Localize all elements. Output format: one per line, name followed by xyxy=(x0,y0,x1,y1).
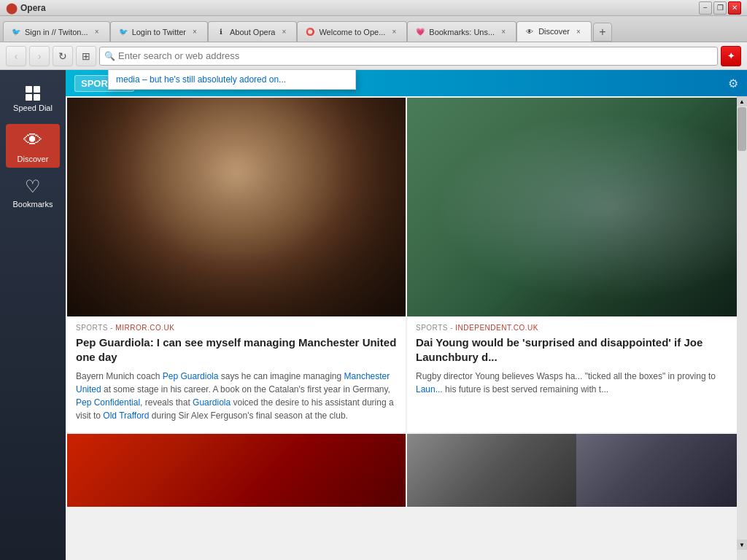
bottom-right-cards xyxy=(407,434,746,507)
twitter-icon: 🐦 xyxy=(11,27,21,37)
info-icon: ℹ xyxy=(216,27,226,37)
reload-button[interactable]: ↻ xyxy=(53,46,73,66)
back-button[interactable]: ‹ xyxy=(6,46,26,66)
navbar: ‹ › ↻ ⊞ 🔍 ✦ xyxy=(0,42,747,70)
twitter-icon-2: 🐦 xyxy=(118,27,128,37)
settings-icon[interactable]: ⚙ xyxy=(728,77,738,90)
sidebar-item-speed-dial[interactable]: Speed Dial xyxy=(6,77,60,121)
tab-label: Sign in // Twiton... xyxy=(25,28,88,36)
news-card-body: SPORTS - MIRROR.CO.UK Pep Guardiola: I c… xyxy=(67,316,406,432)
minimize-button[interactable]: − xyxy=(699,1,712,15)
search-icon: 🔍 xyxy=(104,51,115,61)
tab-discover[interactable]: 👁 Discover × xyxy=(516,21,592,42)
address-input[interactable] xyxy=(118,50,713,61)
forward-button[interactable]: › xyxy=(29,46,50,66)
green-image xyxy=(576,434,746,507)
person-image xyxy=(407,434,576,507)
news-grid: SPORTS - MIRROR.CO.UK Pep Guardiola: I c… xyxy=(66,96,747,508)
tab-close-btn[interactable]: × xyxy=(498,27,508,37)
man-utd-link[interactable]: Manchester United xyxy=(76,371,390,394)
autocomplete-dropdown[interactable]: media – but he's still absolutely adored… xyxy=(108,70,356,90)
green-img-placeholder xyxy=(576,434,746,507)
scroll-up-button[interactable]: ▲ xyxy=(737,96,747,106)
close-button[interactable]: ✕ xyxy=(728,1,741,15)
news-title: Pep Guardiola: I can see myself managing… xyxy=(76,335,397,364)
tab-close-btn[interactable]: × xyxy=(190,27,200,37)
tab-label: Login to Twitter xyxy=(132,28,186,36)
bookmarks-icon: ♡ xyxy=(25,176,41,197)
grid-button[interactable]: ⊞ xyxy=(76,46,96,66)
opera-tab-icon: ⭕ xyxy=(305,27,315,37)
scrollbar-thumb[interactable] xyxy=(738,107,746,151)
guardiola-link[interactable]: Guardiola xyxy=(193,397,231,408)
news-card-rugby[interactable]: SPORTS - INDEPENDENT.CO.UK Dai Young wou… xyxy=(407,98,746,432)
pep-image xyxy=(67,98,406,316)
old-trafford-link[interactable]: Old Trafford xyxy=(103,411,149,421)
tab-close-btn[interactable]: × xyxy=(389,27,399,37)
news-card-body-rugby: SPORTS - INDEPENDENT.CO.UK Dai Young wou… xyxy=(407,316,746,406)
tab-close-btn[interactable]: × xyxy=(92,27,102,37)
tab-close-btn[interactable]: × xyxy=(279,27,289,37)
sidebar-item-discover[interactable]: 👁 Discover xyxy=(6,124,60,168)
discover-sidebar-icon: 👁 xyxy=(23,129,42,152)
news-card-image xyxy=(67,98,406,316)
restore-button[interactable]: ❐ xyxy=(713,1,727,15)
news-title-rugby: Dai Young would be 'surprised and disapp… xyxy=(416,335,737,364)
sidebar: Speed Dial 👁 Discover ♡ Bookmarks xyxy=(0,70,66,560)
app-title: ⬤ Opera xyxy=(6,2,46,14)
pep-link[interactable]: Pep Guardiola xyxy=(163,371,219,381)
tab-label: Bookmarks: Uns... xyxy=(429,28,495,36)
tab-close-btn[interactable]: × xyxy=(573,26,584,36)
titlebar: ⬤ Opera − ❐ ✕ xyxy=(0,0,747,16)
titlebar-left: ⬤ Opera xyxy=(6,2,46,14)
autocomplete-item[interactable]: media – but he's still absolutely adored… xyxy=(109,70,355,89)
speed-dial-icon xyxy=(26,86,40,101)
news-source: SPORTS - MIRROR.CO.UK xyxy=(76,324,397,332)
news-card-green[interactable] xyxy=(576,434,746,507)
fans-img-placeholder xyxy=(67,434,406,507)
speed-dial-label: Speed Dial xyxy=(13,104,53,112)
scrollbar-track: ▲ ▼ xyxy=(737,96,747,560)
content-area: SPORTS ▾ ⚙ SPORTS - MIRROR.CO.U xyxy=(66,70,747,560)
news-card-pep[interactable]: SPORTS - MIRROR.CO.UK Pep Guardiola: I c… xyxy=(67,98,406,432)
bookmarks-label: Bookmarks xyxy=(12,200,53,209)
scroll-down-button[interactable]: ▼ xyxy=(737,540,747,550)
tab-label: About Opera xyxy=(230,28,275,36)
news-excerpt: Bayern Munich coach Pep Guardiola says h… xyxy=(76,370,397,422)
tab-label: Discover xyxy=(538,27,570,36)
news-excerpt-rugby: Rugby director Young believes Wasps ha..… xyxy=(416,370,737,396)
tab-bookmarks[interactable]: 💗 Bookmarks: Uns... × xyxy=(407,21,516,42)
window-controls: − ❐ ✕ xyxy=(699,1,741,15)
discover-label: Discover xyxy=(18,155,49,163)
opera-icon: ⬤ xyxy=(6,2,18,14)
tab-label: Welcome to Ope... xyxy=(319,28,385,36)
tab-login-twitter[interactable]: 🐦 Login to Twitter × xyxy=(110,21,208,42)
tab-sign-in[interactable]: 🐦 Sign in // Twiton... × xyxy=(3,21,110,42)
launchbury-link[interactable]: Laun... xyxy=(416,384,443,394)
new-tab-button[interactable]: + xyxy=(593,23,612,42)
tab-welcome[interactable]: ⭕ Welcome to Ope... × xyxy=(297,21,407,42)
book-link[interactable]: Pep Confidential xyxy=(76,397,140,408)
news-card-person[interactable] xyxy=(407,434,576,507)
discover-icon: 👁 xyxy=(525,26,535,36)
opera-action-button[interactable]: ✦ xyxy=(721,46,741,66)
address-bar-container: 🔍 xyxy=(99,47,718,66)
fans-image xyxy=(67,434,406,507)
tabbar: 🐦 Sign in // Twiton... × 🐦 Login to Twit… xyxy=(0,16,747,42)
news-card-image-rugby xyxy=(407,98,746,316)
tab-about-opera[interactable]: ℹ About Opera × xyxy=(208,21,297,42)
rugby-image xyxy=(407,98,746,316)
person-img-placeholder xyxy=(407,434,576,507)
main-layout: Speed Dial 👁 Discover ♡ Bookmarks SPORTS… xyxy=(0,70,747,560)
heart-icon: 💗 xyxy=(415,27,425,37)
news-source-rugby: SPORTS - INDEPENDENT.CO.UK xyxy=(416,324,737,332)
sidebar-item-bookmarks[interactable]: ♡ Bookmarks xyxy=(6,171,60,214)
news-card-fans[interactable] xyxy=(67,434,406,507)
